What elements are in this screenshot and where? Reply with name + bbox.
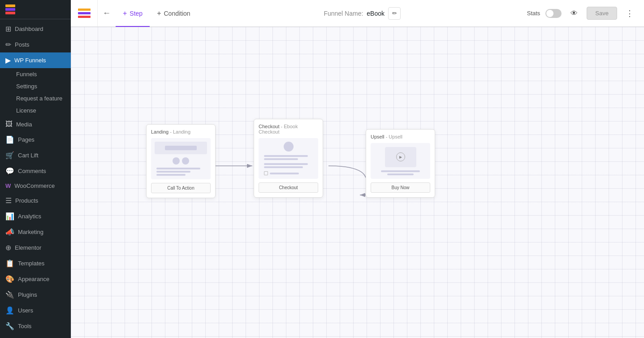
sidebar-item-label: Plugins bbox=[18, 291, 37, 298]
templates-icon: 📋 bbox=[5, 259, 14, 268]
landing-node-title: Landing - Landing bbox=[151, 129, 211, 134]
sidebar-item-label: Elementor bbox=[15, 244, 41, 251]
sidebar-item-pages[interactable]: 📄 Pages bbox=[0, 132, 71, 147]
sidebar-item-request-feature[interactable]: Request a feature bbox=[0, 92, 71, 104]
eye-icon: 👁 bbox=[571, 9, 578, 17]
landing-node[interactable]: Landing - Landing bbox=[146, 124, 216, 198]
main-content: ← + Step + Condition Funnel Name: eBook … bbox=[71, 0, 644, 338]
back-button[interactable]: ← bbox=[98, 0, 116, 26]
sidebar-item-label: Dashboard bbox=[15, 26, 43, 32]
plugins-icon: 🔌 bbox=[5, 290, 14, 299]
sidebar-item-products[interactable]: ☰ Products bbox=[0, 193, 71, 208]
sidebar-item-comments[interactable]: 💬 Comments bbox=[0, 163, 71, 179]
plus-icon-2: + bbox=[157, 9, 161, 17]
sidebar-logo bbox=[0, 0, 71, 19]
funnel-name-value: eBook bbox=[367, 10, 385, 17]
edit-icon: ✏ bbox=[392, 10, 397, 17]
checkout-node-title: Checkout - Ebook Checkout bbox=[259, 124, 318, 134]
upsell-node[interactable]: Upsell - Upsell ▶ Buy Now bbox=[366, 129, 435, 198]
sidebar-item-tools[interactable]: 🔧 Tools bbox=[0, 318, 71, 334]
upsell-video-mock: ▶ bbox=[385, 147, 416, 167]
funnel-name-label: Funnel Name: bbox=[324, 10, 363, 17]
sidebar-item-settings[interactable]: Settings bbox=[0, 80, 71, 92]
woo-icon: W bbox=[5, 182, 11, 189]
svg-rect-2 bbox=[5, 12, 15, 14]
stats-toggle[interactable] bbox=[545, 9, 562, 18]
upsell-node-title: Upsell - Upsell bbox=[371, 134, 430, 139]
tab-condition[interactable]: + Condition bbox=[150, 0, 198, 27]
tab-condition-label: Condition bbox=[164, 10, 190, 17]
landing-subtitle: - Landing bbox=[170, 129, 190, 134]
tab-step-label: Step bbox=[130, 10, 143, 17]
more-options-icon: ⋮ bbox=[626, 9, 634, 18]
save-button[interactable]: Save bbox=[587, 7, 617, 20]
users-icon: 👤 bbox=[5, 306, 14, 315]
sidebar-item-users[interactable]: 👤 Users bbox=[0, 303, 71, 318]
comments-icon: 💬 bbox=[5, 167, 14, 175]
funnel-name-section: Funnel Name: eBook ✏ bbox=[324, 7, 401, 20]
sidebar-item-label: WooCommerce bbox=[14, 182, 55, 189]
sidebar-item-marketing[interactable]: 📣 Marketing bbox=[0, 224, 71, 240]
sidebar-item-label: Marketing bbox=[18, 229, 43, 235]
sidebar-item-label: WP Funnels bbox=[14, 57, 46, 64]
posts-icon: ✏ bbox=[5, 40, 11, 49]
landing-header-mock bbox=[155, 142, 207, 154]
sidebar-item-label: Media bbox=[16, 121, 32, 128]
sidebar-item-license[interactable]: License bbox=[0, 104, 71, 117]
tab-step[interactable]: + Step bbox=[116, 0, 150, 27]
sidebar-item-label: Products bbox=[15, 197, 38, 204]
pages-icon: 📄 bbox=[5, 135, 14, 144]
edit-funnel-name-button[interactable]: ✏ bbox=[388, 7, 401, 20]
preview-button[interactable]: 👁 bbox=[567, 6, 581, 21]
sidebar-submenu: Funnels Settings Request a feature Licen… bbox=[0, 68, 71, 117]
topbar-logo-icon bbox=[78, 9, 91, 18]
sidebar-item-woocommerce[interactable]: W WooCommerce bbox=[0, 179, 71, 193]
back-arrow-icon: ← bbox=[103, 9, 111, 18]
sidebar-item-label: Users bbox=[18, 307, 33, 314]
tab-buttons: + Step + Condition bbox=[116, 0, 198, 26]
tools-icon: 🔧 bbox=[5, 322, 14, 330]
sidebar-item-dashboard[interactable]: ⊞ Dashboard bbox=[0, 21, 71, 37]
plus-icon: + bbox=[123, 9, 127, 17]
sidebar-item-label: Templates bbox=[18, 260, 44, 267]
upsell-subtitle: - Upsell bbox=[386, 134, 402, 139]
sidebar-item-wp-funnels[interactable]: ▶ WP Funnels bbox=[0, 52, 71, 68]
sidebar-item-funnels[interactable]: Funnels bbox=[0, 68, 71, 80]
marketing-icon: 📣 bbox=[5, 228, 14, 236]
sidebar-item-templates[interactable]: 📋 Templates bbox=[0, 256, 71, 271]
checkout-preview bbox=[259, 138, 318, 179]
sidebar-item-posts[interactable]: ✏ Posts bbox=[0, 37, 71, 52]
sidebar-item-analytics[interactable]: 📊 Analytics bbox=[0, 208, 71, 224]
sidebar: ⊞ Dashboard ✏ Posts ▶ WP Funnels Funnels… bbox=[0, 0, 71, 338]
landing-preview bbox=[151, 138, 211, 179]
sidebar-item-label: Analytics bbox=[18, 213, 41, 220]
topbar-logo bbox=[71, 0, 98, 26]
appearance-icon: 🎨 bbox=[5, 275, 14, 283]
topbar: ← + Step + Condition Funnel Name: eBook … bbox=[71, 0, 644, 27]
wp-funnels-icon: ▶ bbox=[5, 56, 11, 65]
sidebar-item-cart-lift[interactable]: 🛒 Cart Lift bbox=[0, 147, 71, 163]
sidebar-item-media[interactable]: 🖼 Media bbox=[0, 117, 71, 132]
sidebar-item-label: Pages bbox=[18, 136, 35, 143]
svg-rect-1 bbox=[5, 8, 15, 11]
landing-cta-button[interactable]: Call To Action bbox=[151, 183, 211, 193]
checkout-cta-button[interactable]: Checkout bbox=[259, 182, 318, 193]
play-icon: ▶ bbox=[396, 152, 405, 161]
sidebar-item-label: Cart Lift bbox=[18, 152, 39, 159]
sidebar-item-elementor[interactable]: ⊕ Elementor bbox=[0, 240, 71, 256]
sidebar-item-appearance[interactable]: 🎨 Appearance bbox=[0, 271, 71, 287]
more-options-button[interactable]: ⋮ bbox=[622, 6, 637, 21]
media-icon: 🖼 bbox=[5, 120, 13, 128]
upsell-cta-button[interactable]: Buy Now bbox=[371, 182, 430, 193]
elementor-icon: ⊕ bbox=[5, 243, 11, 252]
stats-label: Stats bbox=[527, 10, 540, 17]
checkout-node[interactable]: Checkout - Ebook Checkout bbox=[254, 119, 323, 198]
canvas[interactable]: Landing - Landing bbox=[71, 27, 644, 338]
topbar-right: Stats 👁 Save ⋮ bbox=[527, 6, 644, 21]
sidebar-item-label: Posts bbox=[15, 41, 30, 48]
sidebar-item-label: Comments bbox=[18, 168, 46, 174]
upsell-preview: ▶ bbox=[371, 143, 430, 179]
cart-lift-icon: 🛒 bbox=[5, 151, 14, 160]
sidebar-item-plugins[interactable]: 🔌 Plugins bbox=[0, 287, 71, 303]
sidebar-item-label: Tools bbox=[18, 323, 31, 329]
